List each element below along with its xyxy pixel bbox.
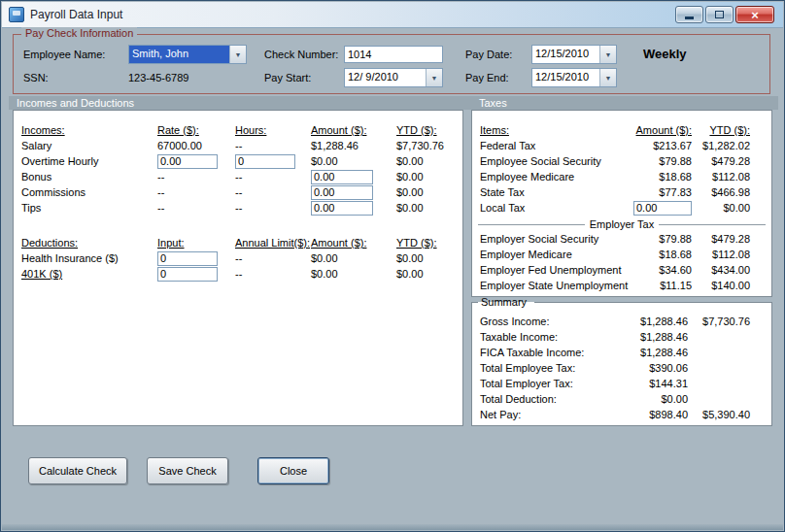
row-ytd: $5,390.40 [692, 409, 750, 420]
pay-start-value: 12/ 9/2010 [345, 69, 426, 86]
deductions-col-header: Deductions: [21, 237, 157, 249]
window-frame-bottom [2, 524, 783, 530]
tax-row-employee-medicare: Employee Medicare $18.68 $112.08 [472, 169, 771, 184]
chevron-down-icon[interactable]: ▼ [599, 46, 616, 63]
summary-row-fica-taxable-income: FICA Taxable Income: $1,288.46 [472, 345, 771, 360]
section-label-taxes: Taxes [479, 96, 507, 110]
save-check-button[interactable]: Save Check [147, 457, 228, 484]
ytd-col-header: YTD ($): [696, 124, 750, 136]
rate-col-header: Rate ($): [157, 124, 235, 136]
ytd-col-header: YTD ($): [396, 124, 462, 136]
row-label: Gross Income: [480, 316, 624, 327]
maximize-button[interactable] [705, 6, 734, 23]
taxes-panel: Items: Amount ($): YTD ($): Federal Tax … [471, 110, 772, 297]
row-amount: $1,288.46 [624, 331, 688, 343]
incomes-deductions-panel: Incomes: Rate ($): Hours: Amount ($): YT… [13, 110, 463, 426]
health-insurance-amount: $0.00 [311, 252, 396, 264]
row-ytd: $1,282.02 [696, 140, 750, 151]
row-label: Employee Medicare [480, 171, 631, 183]
summary-row-total-employer-tax: Total Employer Tax: $144.31 [472, 376, 771, 391]
row-label: Employer Medicare [480, 249, 631, 260]
maximize-icon [715, 11, 724, 18]
payroll-window: Payroll Data Input × Pay Check Informati… [0, 0, 785, 532]
tips-rate: -- [157, 202, 235, 214]
taxes-header-row: Items: Amount ($): YTD ($): [472, 122, 771, 138]
input-col-header: Input: [157, 237, 235, 249]
check-number-input[interactable] [344, 46, 443, 63]
employee-name-select[interactable]: Smith, John ▼ [128, 45, 247, 64]
commissions-rate: -- [157, 186, 235, 198]
row-amount: $79.88 [631, 233, 692, 245]
minimize-button[interactable] [675, 6, 703, 23]
row-amount: $34.60 [631, 264, 692, 276]
deduction-row-health-insurance: Health Insurance ($) -- $0.00 $0.00 [14, 250, 462, 266]
tax-row-employee-social-security: Employee Social Security $79.88 $479.28 [472, 153, 771, 169]
health-insurance-input[interactable] [157, 251, 218, 266]
tips-amount-input[interactable] [311, 201, 373, 216]
pay-end-value: 12/15/2010 [532, 69, 599, 86]
pay-start-label: Pay Start: [264, 72, 311, 83]
title-bar[interactable]: Payroll Data Input × [2, 2, 783, 28]
overtime-rate-input[interactable] [157, 154, 218, 169]
tax-row-employer-medicare: Employer Medicare $18.68 $112.08 [472, 247, 771, 262]
overtime-hours-input[interactable] [235, 154, 295, 169]
items-col-header: Items: [480, 124, 631, 136]
overtime-ytd: $0.00 [396, 155, 462, 167]
section-strip: Incomes and Deductions Taxes [9, 96, 778, 110]
ytd-col-header: YTD ($): [396, 237, 462, 249]
pay-check-info-legend: Pay Check Information [21, 27, 137, 39]
tax-row-employer-fed-unemployment: Employer Fed Unemployment $34.60 $434.00 [472, 262, 771, 278]
pay-date-value: 12/15/2010 [532, 46, 599, 63]
row-label: Taxable Income: [480, 331, 624, 343]
commissions-hours: -- [235, 186, 311, 198]
incomes-header-row: Incomes: Rate ($): Hours: Amount ($): YT… [14, 122, 462, 138]
pay-start-picker[interactable]: 12/ 9/2010 ▼ [344, 68, 443, 87]
row-label: FICA Taxable Income: [480, 347, 624, 358]
row-label: Employer State Unemployment [480, 280, 631, 291]
summary-row-total-employee-tax: Total Employee Tax: $390.06 [472, 360, 771, 376]
chevron-down-icon[interactable]: ▼ [599, 69, 616, 86]
close-icon: × [751, 9, 759, 21]
summary-row-total-deduction: Total Deduction: $0.00 [472, 391, 771, 407]
row-label: Commissions [21, 186, 157, 198]
close-dialog-button[interactable]: Close [257, 457, 329, 484]
incomes-col-header: Incomes: [21, 124, 157, 136]
window-title: Payroll Data Input [30, 8, 122, 21]
calculate-check-button[interactable]: Calculate Check [28, 457, 127, 484]
pay-end-label: Pay End: [465, 72, 509, 83]
hours-col-header: Hours: [235, 124, 311, 136]
401k-input[interactable] [157, 267, 218, 282]
amount-col-header: Amount ($): [311, 124, 396, 136]
summary-legend: Summary [481, 296, 527, 308]
commissions-amount-input[interactable] [311, 185, 373, 200]
summary-group: Summary Gross Income: $1,288.46 $7,730.7… [471, 302, 772, 426]
salary-hours: -- [235, 140, 311, 151]
pay-end-picker[interactable]: 12/15/2010 ▼ [531, 68, 617, 87]
chevron-down-icon[interactable]: ▼ [229, 46, 246, 63]
401k-link[interactable]: 401K ($) [21, 268, 157, 280]
row-amount: $77.83 [631, 186, 692, 198]
row-amount: $213.67 [631, 140, 692, 151]
chevron-down-icon[interactable]: ▼ [426, 69, 442, 86]
row-label: Bonus [21, 171, 157, 183]
row-label: Local Tax [480, 202, 631, 214]
health-insurance-ytd: $0.00 [396, 252, 462, 264]
minimize-icon [685, 17, 694, 19]
row-label: Net Pay: [480, 409, 624, 420]
bonus-amount-input[interactable] [311, 170, 373, 184]
income-row-bonus: Bonus -- -- $0.00 [14, 169, 462, 184]
tax-row-federal: Federal Tax $213.67 $1,282.02 [472, 138, 771, 153]
row-ytd: $479.28 [696, 233, 750, 245]
row-label: Total Employee Tax: [480, 362, 624, 374]
health-insurance-limit: -- [235, 252, 311, 264]
401k-ytd: $0.00 [396, 268, 462, 280]
row-amount: $144.31 [624, 378, 688, 389]
row-amount: $898.40 [624, 409, 688, 420]
close-button[interactable]: × [735, 6, 774, 23]
tips-ytd: $0.00 [396, 202, 462, 214]
row-label: State Tax [480, 186, 631, 198]
local-tax-input[interactable] [633, 201, 692, 216]
summary-row-taxable-income: Taxable Income: $1,288.46 [472, 329, 771, 345]
pay-date-picker[interactable]: 12/15/2010 ▼ [531, 45, 617, 64]
row-ytd: $112.08 [696, 171, 750, 183]
